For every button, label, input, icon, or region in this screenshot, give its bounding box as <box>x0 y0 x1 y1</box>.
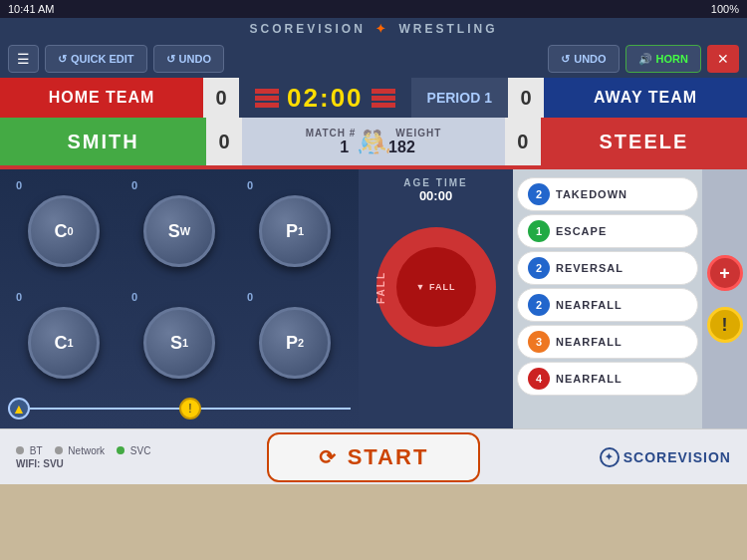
btn-p1[interactable]: P1 <box>259 195 331 267</box>
refresh-icon-1: ↺ <box>58 53 67 66</box>
control-cell-s1: 0 S1 <box>124 289 235 397</box>
warning-button[interactable]: ! <box>707 307 743 343</box>
match-bar: SMITH 0 MATCH # WEIGHT 1 182 🤼 0 STEELE <box>0 118 747 165</box>
home-team-score[interactable]: 0 <box>203 78 239 118</box>
clock-display[interactable]: 02:00 <box>287 83 364 114</box>
add-button[interactable]: + <box>707 255 743 291</box>
svc-status: SVC <box>117 445 150 456</box>
control-panel: 0 C0 0 SW 0 P1 0 C1 0 S1 0 P2 <box>0 169 359 428</box>
undo-right-button[interactable]: ↺ UNDO <box>548 45 619 73</box>
start-label: START <box>348 444 429 470</box>
clock-stripe-1 <box>255 89 279 94</box>
score-bar: HOME TEAM 0 02:00 PERIOD 1 0 AWAY TEAM <box>0 78 747 118</box>
action-nearfall-3[interactable]: 3 NEARFALL <box>517 325 698 359</box>
app-title: SCOREVISION ✦ WRESTLING <box>249 22 497 36</box>
far-right-panel: + ! <box>702 169 747 428</box>
logo-icon: ✦ <box>375 22 388 36</box>
close-icon: ✕ <box>717 51 729 67</box>
control-grid: 0 C0 0 SW 0 P1 0 C1 0 S1 0 P2 <box>8 177 351 397</box>
away-team-score[interactable]: 0 <box>508 78 544 118</box>
btn-c0[interactable]: C0 <box>28 195 100 267</box>
weight-value: 182 <box>388 139 415 156</box>
undo-left-button[interactable]: ↺ UNDO <box>153 45 224 73</box>
wrestler-icon: 🤼 <box>357 126 391 158</box>
badge-nearfall-2: 2 <box>528 294 550 316</box>
status-battery: 100% <box>711 3 739 15</box>
away-wrestler-name[interactable]: STEELE <box>541 118 747 165</box>
home-wrestler-score[interactable]: 0 <box>206 118 242 165</box>
bt-status: BT <box>16 445 43 456</box>
fall-label: ▼ FALL <box>416 282 456 292</box>
fall-inner-circle: ▼ FALL <box>396 247 476 327</box>
network-dot <box>55 446 63 454</box>
menu-button[interactable]: ☰ <box>8 45 39 73</box>
network-status: Network <box>55 445 105 456</box>
away-team-label[interactable]: AWAY TEAM <box>544 78 747 118</box>
away-wrestler-score[interactable]: 0 <box>505 118 541 165</box>
action-reversal[interactable]: 2 REVERSAL <box>517 251 698 285</box>
brand-icon: ✦ <box>600 447 620 467</box>
brand-logo: ✦ SCOREVISION <box>600 447 731 467</box>
badge-reversal: 2 <box>528 257 550 279</box>
status-bar: 10:41 AM 100% <box>0 0 747 18</box>
count-p1: 0 <box>247 179 253 191</box>
toolbar-left: ☰ ↺ QUICK EDIT ↺ UNDO <box>8 45 224 73</box>
action-nearfall-4[interactable]: 4 NEARFALL <box>517 362 698 396</box>
age-time-value: 00:00 <box>419 188 452 203</box>
control-cell-p1: 0 P1 <box>239 177 351 285</box>
start-btn-wrap: ⟳ START <box>254 432 492 482</box>
toolbar: ☰ ↺ QUICK EDIT ↺ UNDO ↺ UNDO 🔊 HORN ✕ <box>0 40 747 78</box>
btn-s1[interactable]: S1 <box>143 307 215 379</box>
action-escape[interactable]: 1 ESCAPE <box>517 214 698 248</box>
control-cell-c1: 0 C1 <box>8 289 120 397</box>
menu-icon: ☰ <box>17 51 30 67</box>
period-display: PERIOD 1 <box>411 78 508 118</box>
badge-nearfall-3: 3 <box>528 331 550 353</box>
clock-box: 02:00 <box>239 78 411 118</box>
scorevision-brand: ✦ SCOREVISION <box>493 447 731 467</box>
match-number-value: 1 <box>340 139 349 156</box>
count-sw: 0 <box>131 179 137 191</box>
bottom-status: BT Network SVC WIFI: SVU <box>16 445 254 469</box>
svc-dot <box>117 446 124 454</box>
status-time: 10:41 AM <box>8 3 54 15</box>
horn-icon: 🔊 <box>638 53 652 66</box>
close-button[interactable]: ✕ <box>707 45 739 73</box>
label-reversal: REVERSAL <box>556 262 623 274</box>
fall-circle[interactable]: ▼ FALL FALL <box>372 207 501 367</box>
clock-stripes <box>255 89 279 108</box>
horn-button[interactable]: 🔊 HORN <box>625 45 701 73</box>
control-cell-sw: 0 SW <box>124 177 235 285</box>
timeline-start[interactable]: ▲ <box>8 398 30 420</box>
match-number-label: MATCH # <box>306 128 357 139</box>
label-nearfall-3: NEARFALL <box>556 336 622 348</box>
label-nearfall-4: NEARFALL <box>556 373 622 385</box>
btn-sw[interactable]: SW <box>143 195 215 267</box>
count-c1: 0 <box>16 291 22 303</box>
clock-stripe-3 <box>255 103 279 108</box>
label-takedown: TAKEDOWN <box>556 188 627 200</box>
count-s1: 0 <box>131 291 137 303</box>
home-wrestler-name[interactable]: SMITH <box>0 118 206 165</box>
btn-p2[interactable]: P2 <box>259 307 331 379</box>
timeline-mid[interactable]: ! <box>179 398 201 420</box>
clock-stripes-right <box>372 89 395 108</box>
wifi-label: WIFI: SVU <box>16 458 254 469</box>
control-cell-p2: 0 P2 <box>239 289 351 397</box>
btn-c1[interactable]: C1 <box>28 307 100 379</box>
start-button[interactable]: ⟳ START <box>267 432 481 482</box>
toolbar-right: ↺ UNDO 🔊 HORN ✕ <box>548 45 739 73</box>
fall-side-text: FALL <box>375 271 386 304</box>
status-dots: BT Network SVC <box>16 445 254 456</box>
action-nearfall-2[interactable]: 2 NEARFALL <box>517 288 698 322</box>
quick-edit-button[interactable]: ↺ QUICK EDIT <box>45 45 147 73</box>
label-nearfall-2: NEARFALL <box>556 299 622 311</box>
badge-nearfall-4: 4 <box>528 368 550 390</box>
timeline-line: ! <box>30 408 351 410</box>
home-team-label[interactable]: HOME TEAM <box>0 78 203 118</box>
undo-icon-2: ↺ <box>561 53 570 66</box>
age-time-label: AGE TIME <box>403 177 467 188</box>
badge-takedown: 2 <box>528 183 550 205</box>
badge-escape: 1 <box>528 220 550 242</box>
action-takedown[interactable]: 2 TAKEDOWN <box>517 177 698 211</box>
